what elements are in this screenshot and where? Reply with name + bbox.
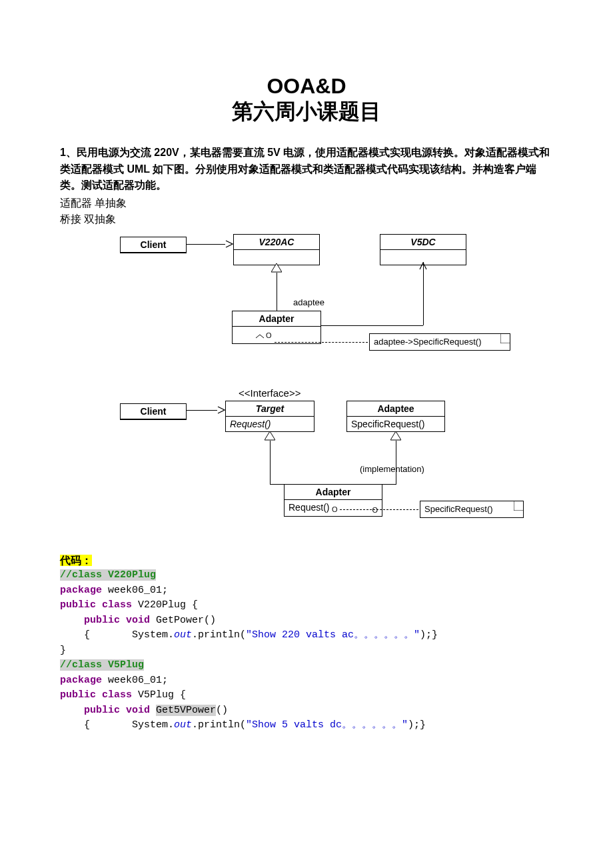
interface-tag: <<Interface>> bbox=[239, 387, 301, 399]
target-name: Target bbox=[226, 401, 314, 417]
inherit-icon bbox=[271, 263, 282, 273]
note-line-1: 适配器 单抽象 bbox=[60, 195, 553, 211]
class-v220ac: V220AC bbox=[233, 234, 320, 265]
arrow-icon bbox=[419, 262, 427, 270]
note-specific-request-2: SpecificRequest() bbox=[420, 501, 524, 518]
code-block: 代码： //class V220Plug package week06_01; … bbox=[60, 554, 553, 733]
class-v5dc-name: V5DC bbox=[380, 235, 466, 250]
interface-target: Target Request() bbox=[225, 401, 314, 432]
comment-v5plug: //class V5Plug bbox=[60, 659, 144, 671]
class-adapter-name: Adapter bbox=[233, 311, 320, 327]
note-text-2: SpecificRequest() bbox=[424, 504, 493, 514]
title-line-1: OOA&D bbox=[60, 73, 553, 99]
adaptee-label: adaptee bbox=[293, 297, 324, 307]
svg-marker-0 bbox=[271, 263, 282, 272]
adaptee-method: SpecificRequest() bbox=[347, 417, 444, 431]
class-adapter: Adapter O bbox=[232, 311, 321, 344]
svg-marker-1 bbox=[265, 431, 275, 440]
notes-block: 适配器 单抽象 桥接 双抽象 bbox=[60, 195, 553, 227]
implementation-label: (implementation) bbox=[360, 464, 424, 474]
arrow-icon bbox=[225, 240, 233, 248]
uml-diagram-class-adapter: <<Interface>> Client Target Request() Ad… bbox=[93, 387, 546, 541]
comment-v220plug: //class V220Plug bbox=[60, 569, 156, 581]
class-client: Client bbox=[120, 237, 187, 253]
class-adaptee: Adaptee SpecificRequest() bbox=[346, 401, 445, 432]
code-label: 代码： bbox=[60, 555, 92, 566]
note-text: adaptee->SpecificRequest() bbox=[374, 337, 482, 347]
adaptee-name: Adaptee bbox=[347, 401, 444, 417]
note-specific-request: adaptee->SpecificRequest() bbox=[369, 333, 510, 351]
class-client-2-name: Client bbox=[121, 404, 186, 419]
arrow-icon bbox=[217, 406, 225, 414]
code-listing: //class V220Plug package week06_01; publ… bbox=[60, 568, 553, 733]
class-client-name: Client bbox=[121, 237, 186, 253]
target-method: Request() bbox=[226, 417, 314, 431]
uml-diagram-object-adapter: Client V220AC V5DC Adapter O bbox=[93, 234, 546, 361]
svg-marker-2 bbox=[390, 431, 401, 440]
class-client-2: Client bbox=[120, 403, 187, 420]
class-v5dc: V5DC bbox=[380, 234, 466, 265]
note-line-2: 桥接 双抽象 bbox=[60, 211, 553, 227]
question-text: 1、民用电源为交流 220V，某电器需要直流 5V 电源，使用适配器模式实现电源… bbox=[60, 145, 553, 194]
adapter-2-name: Adapter bbox=[285, 485, 382, 500]
title-line-2: 第六周小课题目 bbox=[60, 99, 553, 124]
adapter-2-method: Request() bbox=[289, 502, 329, 513]
class-v220ac-name: V220AC bbox=[234, 235, 319, 250]
page-title: OOA&D 第六周小课题目 bbox=[60, 73, 553, 125]
inherit-icon bbox=[265, 431, 275, 441]
inherit-icon bbox=[390, 431, 401, 441]
